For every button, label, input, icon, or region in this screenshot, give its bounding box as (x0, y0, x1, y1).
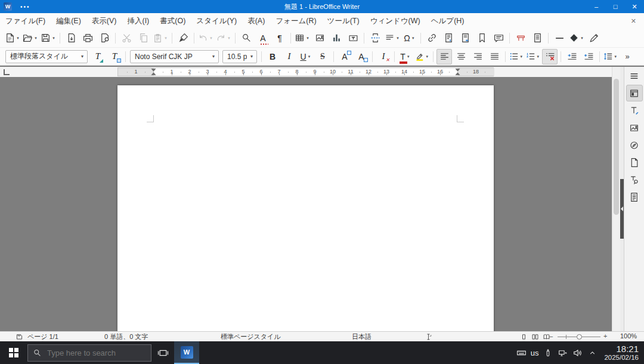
page-number-indicator[interactable]: ページ 1/1 (27, 332, 58, 341)
paragraph-style-combo[interactable]: 標準段落スタイル▾ (5, 50, 88, 63)
indent-marker[interactable] (151, 69, 157, 75)
minimize-button[interactable]: – (587, 0, 606, 13)
italic[interactable]: I (281, 49, 297, 64)
usb-device-icon[interactable] (540, 341, 555, 364)
spelling[interactable]: A (255, 30, 271, 46)
menu-ヘルプ[interactable]: ヘルプ(H) (426, 13, 470, 29)
view-single-page-icon[interactable] (520, 333, 528, 341)
bold[interactable]: B (265, 49, 280, 64)
menu-ウィンドウ[interactable]: ウィンドウ(W) (365, 13, 426, 29)
strikethrough[interactable]: S (315, 49, 330, 64)
word-count-indicator[interactable]: 0 単語、0 文字 (104, 332, 148, 341)
sidebar-tab-style-inspector[interactable] (626, 171, 643, 188)
copy-button[interactable] (135, 30, 151, 46)
open-dropdown-arrow[interactable]: ▾ (33, 36, 38, 41)
page-break-button[interactable] (367, 30, 383, 46)
taskbar-clock[interactable]: 18:21 2025/02/16 (600, 344, 644, 362)
zoom-out-button[interactable]: – (549, 332, 553, 340)
line-spacing-button[interactable]: ▾ (603, 49, 618, 64)
insert-endnote-button[interactable] (457, 30, 473, 46)
paste-button[interactable]: ▾ (152, 30, 169, 46)
tab-stop-selector-icon[interactable] (4, 69, 10, 75)
subscript[interactable]: A (354, 49, 369, 64)
font-color[interactable]: T▾ (398, 49, 413, 64)
highlight-color-button[interactable]: ▾ (414, 49, 430, 64)
formatting-marks[interactable]: ¶ (272, 30, 287, 46)
horizontal-line-button[interactable] (552, 30, 567, 46)
view-multi-page-icon[interactable] (531, 333, 539, 341)
document-page[interactable] (117, 85, 494, 331)
sidebar-tab-properties[interactable] (626, 85, 643, 101)
open-button[interactable]: ▾ (22, 30, 39, 46)
close-document-icon[interactable]: ✕ (628, 13, 639, 29)
save-dropdown-arrow[interactable]: ▾ (51, 36, 56, 41)
special-character-dropdown-arrow[interactable]: ▾ (411, 36, 416, 41)
paragraph-style-combo-dropdown-arrow[interactable]: ▾ (78, 54, 87, 59)
menu-フォーム[interactable]: フォーム(R) (270, 13, 321, 29)
sidebar-tab-sidebar-settings[interactable] (626, 67, 643, 84)
insert-table-button[interactable]: ▾ (294, 30, 311, 46)
zoom-in-button[interactable]: + (603, 332, 607, 340)
insert-comment-button[interactable] (491, 30, 506, 46)
increase-indent-button[interactable] (564, 49, 580, 64)
unordered-list-button[interactable]: ▾ (509, 49, 524, 64)
cut-button[interactable] (119, 30, 134, 46)
basic-shapes-button[interactable]: ▾ (568, 30, 585, 46)
menu-編集[interactable]: 編集(E) (51, 13, 86, 29)
maximize-button[interactable]: □ (606, 0, 625, 13)
new-style[interactable]: T (107, 49, 122, 64)
paste-dropdown-arrow[interactable]: ▾ (163, 36, 168, 41)
underline[interactable]: U▾ (298, 49, 314, 64)
menu-ファイル[interactable]: ファイル(F) (0, 13, 51, 29)
find-and-replace-button[interactable] (239, 30, 254, 46)
redo-dropdown-arrow[interactable]: ▾ (227, 36, 231, 41)
record-track-changes-button[interactable] (513, 30, 528, 46)
indent-marker[interactable] (456, 69, 461, 75)
show-track-changes-button[interactable] (530, 30, 545, 46)
line-spacing-dropdown-arrow[interactable]: ▾ (614, 54, 618, 59)
justify-button[interactable] (487, 49, 502, 64)
search-input[interactable] (46, 348, 144, 358)
window-group-dots-icon[interactable]: ••• (20, 4, 30, 10)
font-size-combo[interactable]: 10.5 pt▾ (222, 50, 257, 63)
redo-button[interactable]: ▾ (215, 30, 232, 46)
menu-表示[interactable]: 表示(V) (86, 13, 122, 29)
decrease-indent-button[interactable] (581, 49, 596, 64)
writer-app-icon[interactable]: W (4, 2, 12, 11)
volume-icon[interactable] (570, 341, 585, 364)
insert-footnote-button[interactable] (441, 30, 456, 46)
insert-table-dropdown-arrow[interactable]: ▾ (305, 36, 310, 41)
sidebar-tab-navigator[interactable] (626, 137, 643, 153)
special-character[interactable]: Ω▾ (402, 30, 417, 46)
insert-textbox-button[interactable] (345, 30, 361, 46)
ordered-list-dropdown-arrow[interactable]: ▾ (536, 54, 540, 59)
clone-formatting-button[interactable] (175, 30, 191, 46)
export-pdf-button[interactable] (63, 30, 79, 46)
sidebar-tab-gallery[interactable] (626, 119, 643, 136)
vertical-scrollbar[interactable] (612, 67, 620, 331)
font-name-combo-dropdown-arrow[interactable]: ▾ (209, 54, 218, 59)
align-right-button[interactable] (470, 49, 485, 64)
undo-button[interactable]: ▾ (197, 30, 214, 46)
sidebar-tab-page[interactable] (626, 154, 643, 171)
print-preview-button[interactable] (97, 30, 112, 46)
sidebar-tab-accessibility-check[interactable] (626, 189, 643, 205)
no-list-button[interactable] (542, 49, 558, 64)
sidebar-tab-styles[interactable] (626, 102, 643, 119)
unordered-list-dropdown-arrow[interactable]: ▾ (519, 54, 524, 59)
align-center-button[interactable] (453, 49, 469, 64)
ordered-list-button[interactable]: ▾ (525, 49, 541, 64)
keyboard-icon[interactable] (514, 341, 529, 364)
new-document-dropdown-arrow[interactable]: ▾ (16, 36, 20, 41)
menu-スタイル[interactable]: スタイル(Y) (191, 13, 242, 29)
font-color-dropdown-arrow[interactable]: ▾ (406, 54, 411, 59)
keyboard-layout-indicator[interactable]: us (529, 348, 541, 357)
taskbar-search[interactable] (27, 344, 151, 362)
align-left-button[interactable] (436, 49, 452, 64)
clear-formatting[interactable]: I✕ (376, 49, 391, 64)
insert-bookmark-button[interactable] (474, 30, 490, 46)
insert-hyperlink-button[interactable] (424, 30, 439, 46)
menu-ツール[interactable]: ツール(T) (322, 13, 365, 29)
insert-field-dropdown-arrow[interactable]: ▾ (395, 36, 400, 41)
task-view-button[interactable] (151, 341, 174, 364)
